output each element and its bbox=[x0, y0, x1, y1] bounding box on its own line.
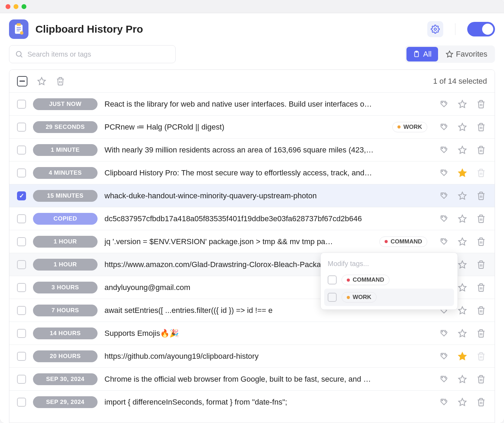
item-checkbox[interactable] bbox=[17, 375, 26, 384]
time-pill: 7 HOURS bbox=[33, 305, 98, 316]
delete-button[interactable] bbox=[475, 282, 487, 293]
favorite-button[interactable] bbox=[456, 144, 468, 156]
close-window-button[interactable] bbox=[6, 4, 10, 9]
time-pill: COPIED bbox=[33, 213, 98, 225]
tag-button[interactable] bbox=[438, 327, 450, 339]
svg-marker-32 bbox=[459, 307, 466, 314]
tag-button[interactable] bbox=[438, 121, 450, 133]
list-item[interactable]: 4 MINUTESClipboard History Pro: The most… bbox=[9, 161, 495, 184]
list-item[interactable]: SEP 30, 2024Chrome is the official web b… bbox=[9, 368, 495, 391]
item-checkbox[interactable] bbox=[17, 214, 26, 223]
tab-all[interactable]: All bbox=[406, 47, 438, 61]
list-item[interactable]: 14 HOURSSupports Emojis🔥🎉 bbox=[9, 322, 495, 345]
favorite-button[interactable] bbox=[456, 373, 468, 385]
list-item[interactable]: JUST NOWReact is the library for web and… bbox=[9, 93, 495, 116]
tab-favorites-label: Favorites bbox=[456, 50, 487, 59]
favorite-button[interactable] bbox=[456, 350, 468, 362]
delete-button[interactable] bbox=[475, 236, 487, 248]
star-icon bbox=[446, 50, 453, 58]
item-actions bbox=[438, 213, 487, 225]
favorite-button[interactable] bbox=[456, 190, 468, 202]
favorite-button[interactable] bbox=[456, 121, 468, 133]
favorite-button[interactable] bbox=[456, 396, 468, 408]
svg-marker-24 bbox=[459, 215, 466, 222]
tag-option-checkbox[interactable] bbox=[328, 275, 337, 284]
item-checkbox[interactable] bbox=[17, 237, 26, 246]
svg-marker-14 bbox=[459, 100, 466, 108]
delete-button[interactable] bbox=[475, 305, 487, 316]
delete-button[interactable] bbox=[475, 121, 487, 133]
favorite-button[interactable] bbox=[456, 167, 468, 179]
tag-button[interactable] bbox=[438, 396, 450, 408]
list-item[interactable]: SEP 29, 2024import { differenceInSeconds… bbox=[9, 391, 495, 414]
item-actions bbox=[438, 144, 487, 156]
item-content: whack-duke-handout-wince-minority-quaver… bbox=[104, 191, 427, 200]
tag-button[interactable] bbox=[438, 213, 450, 225]
item-checkbox[interactable] bbox=[17, 352, 26, 361]
favorite-button[interactable] bbox=[456, 327, 468, 339]
favorite-button[interactable] bbox=[456, 236, 468, 248]
tag-option[interactable]: WORK bbox=[324, 289, 454, 306]
favorite-button[interactable] bbox=[456, 98, 468, 110]
item-checkbox[interactable] bbox=[17, 123, 26, 132]
tag-button[interactable] bbox=[438, 167, 450, 179]
item-actions bbox=[438, 190, 487, 202]
favorite-button[interactable] bbox=[456, 305, 468, 316]
item-checkbox[interactable] bbox=[17, 283, 26, 292]
list-item[interactable]: 1 HOURjq '.version = $ENV.VERSION' packa… bbox=[9, 230, 495, 253]
tag-option[interactable]: COMMAND bbox=[324, 271, 454, 289]
item-checkbox[interactable] bbox=[17, 168, 26, 177]
delete-button[interactable] bbox=[475, 98, 487, 110]
master-toggle[interactable] bbox=[467, 22, 495, 36]
favorite-button[interactable] bbox=[456, 259, 468, 271]
favorite-button[interactable] bbox=[456, 213, 468, 225]
tag-button[interactable] bbox=[438, 236, 450, 248]
item-content: jq '.version = $ENV.VERSION' package.jso… bbox=[104, 237, 370, 246]
tag-button[interactable] bbox=[438, 350, 450, 362]
svg-point-21 bbox=[442, 194, 443, 194]
item-checkbox[interactable] bbox=[17, 260, 26, 269]
list-item[interactable]: 15 MINUTESwhack-duke-handout-wince-minor… bbox=[9, 184, 495, 207]
tag-button[interactable] bbox=[438, 98, 450, 110]
delete-button[interactable] bbox=[475, 373, 487, 385]
tag-button[interactable] bbox=[438, 373, 450, 385]
svg-marker-22 bbox=[459, 192, 466, 199]
tag-button[interactable] bbox=[438, 144, 450, 156]
maximize-window-button[interactable] bbox=[22, 4, 26, 9]
svg-point-37 bbox=[442, 377, 443, 378]
list-item[interactable]: 1 MINUTEWith nearly 39 million residents… bbox=[9, 139, 495, 161]
list-item[interactable]: 20 HOURShttps://github.com/ayoung19/clip… bbox=[9, 345, 495, 368]
favorite-button[interactable] bbox=[456, 282, 468, 293]
tag-option-label: WORK bbox=[342, 292, 377, 302]
svg-point-5 bbox=[20, 31, 24, 35]
delete-button[interactable] bbox=[475, 190, 487, 202]
favorite-all-button[interactable] bbox=[37, 77, 46, 86]
list-item[interactable]: COPIEDdc5c837957cfbdb17a418a05f83535f401… bbox=[9, 207, 495, 230]
tags-popup-input[interactable] bbox=[324, 256, 454, 271]
delete-button bbox=[475, 167, 487, 179]
tag-option-checkbox[interactable] bbox=[328, 293, 337, 302]
svg-marker-30 bbox=[459, 284, 466, 291]
delete-all-button[interactable] bbox=[56, 77, 65, 86]
settings-button[interactable] bbox=[427, 21, 443, 37]
svg-point-6 bbox=[434, 28, 437, 31]
item-checkbox[interactable] bbox=[17, 329, 26, 338]
item-checkbox[interactable] bbox=[17, 100, 26, 109]
minimize-window-button[interactable] bbox=[14, 4, 18, 9]
list-item[interactable]: 29 SECONDSPCRnew ≔ Halg (PCRold || diges… bbox=[9, 116, 495, 139]
delete-button[interactable] bbox=[475, 327, 487, 339]
item-checkbox[interactable] bbox=[17, 306, 26, 315]
item-actions bbox=[438, 167, 487, 179]
search-input[interactable] bbox=[27, 50, 170, 58]
search-box[interactable] bbox=[9, 45, 176, 63]
tag-button[interactable] bbox=[438, 190, 450, 202]
delete-button[interactable] bbox=[475, 213, 487, 225]
item-checkbox[interactable] bbox=[17, 398, 26, 407]
tab-favorites[interactable]: Favorites bbox=[439, 47, 494, 61]
item-checkbox[interactable] bbox=[17, 191, 26, 200]
delete-button[interactable] bbox=[475, 144, 487, 156]
delete-button[interactable] bbox=[475, 259, 487, 271]
item-checkbox[interactable] bbox=[17, 146, 26, 155]
select-all-checkbox[interactable] bbox=[17, 76, 27, 86]
delete-button[interactable] bbox=[475, 396, 487, 408]
